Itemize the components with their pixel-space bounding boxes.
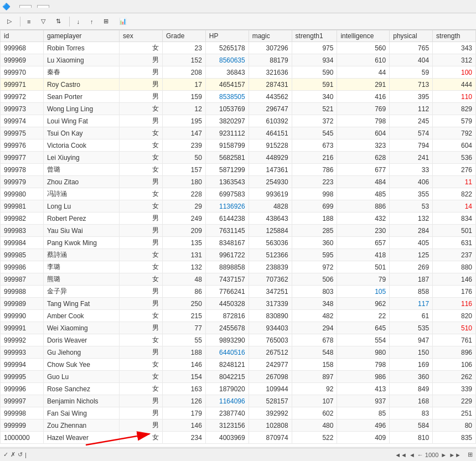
table-row[interactable]: 999985蔡詩涵女1319961722512366595418125237 [1,249,476,261]
cell-gameplayer: Doris Weaver [43,334,119,346]
cell-intelligence: 962 [337,298,390,310]
col-header-gameplayer[interactable]: gameplayer [43,30,119,42]
table-row[interactable]: 999974Loui Wing Fat男19538202976103923727… [1,115,476,127]
cell-intelligence: 769 [337,103,390,115]
toolbar: ▷ ≡ ▽ ⇅ ↓ ↑ ⊞ 📊 [0,13,476,30]
col-header-magic[interactable]: magic [249,30,292,42]
table-row[interactable]: 999980冯詩涵女2286997583993619998485355822 [1,188,476,200]
cell-strength: 501 [433,225,476,237]
sort-button[interactable]: ⇅ [52,16,66,27]
col-header-grade[interactable]: Grade [162,30,205,42]
table-row[interactable]: 999972Sean Porter男1598538505443562340416… [1,91,476,103]
cell-strength: 896 [433,346,476,359]
table-row[interactable]: 999999Zou Zhennan男1463123156102808480496… [1,419,476,432]
col-header-strength1[interactable]: strength1 [292,30,337,42]
cell-intelligence: 645 [337,322,390,334]
nav-last-button[interactable]: ►► [449,452,461,458]
text-button[interactable]: ≡ [23,17,36,27]
table-row[interactable]: 999981Long Lu女29113692648286998865314 [1,200,476,213]
cell-intelligence: 484 [337,176,390,188]
col-header-intelligence[interactable]: intelligence [337,30,390,42]
cell-id: 999975 [1,127,44,139]
cell-id: 999970 [1,66,44,79]
table-row[interactable]: 999984Pang Kwok Ming男1358348167563036360… [1,237,476,249]
table-row[interactable]: 999994Chow Suk Yee女146824812124297715879… [1,359,476,371]
cell-gameplayer: Sean Porter [43,91,119,103]
toolbar-separator-2 [69,17,70,27]
table-row[interactable]: 999986李璐女1328898858238839972501269880 [1,261,476,273]
cross-icon[interactable]: ✗ [11,451,15,458]
table-row[interactable]: 999968Robin Torres女235265178307296975560… [1,42,476,54]
cell-strength1: 786 [292,164,337,176]
table-row[interactable]: 999969Lu Xiaoming男1528560635881799346104… [1,54,476,66]
table-row[interactable]: 999976Victoria Cook女23991587999152286733… [1,139,476,152]
tab-untitled[interactable] [19,5,32,8]
table-row[interactable]: 999971Roy Castro男17465415728743159129171… [1,79,476,91]
nav-prev-button[interactable]: ◄ [409,452,415,458]
data-table-container[interactable]: id gameplayer sex Grade HP magic strengt… [0,30,476,447]
table-row[interactable]: 999973Wong Ling Ling女1210537692967475217… [1,103,476,115]
cell-intelligence: 409 [337,432,390,444]
filter-button[interactable]: ▽ [37,16,51,27]
table-row[interactable]: 999975Tsui On Kay女1479231112464151545604… [1,127,476,139]
refresh-icon[interactable]: ↺ [18,451,23,458]
table-row[interactable]: 999991Wei Xiaoming男772455678934403294645… [1,322,476,334]
create-chart-button[interactable]: 📊 [115,16,132,27]
cell-intelligence: 501 [337,261,390,273]
cell-strength: 146 [433,273,476,286]
status-bar: ✓ ✗ ↺ | ◄◄ ◄ ← 1000 ► ►► ⊞ [0,448,476,461]
table-row[interactable]: 999987熊璐女48743715770736250679187146 [1,273,476,286]
table-row[interactable]: 999995Guo Lu女154804221526709889798636026… [1,371,476,383]
col-header-hp[interactable]: HP [205,30,249,42]
table-row[interactable]: 999996Rose Sanchez女163187902010994492413… [1,383,476,395]
table-row[interactable]: 999993Gu Jiehong男18864405162675125489801… [1,346,476,359]
table-row[interactable]: 999978曾璐女157587129914736178667733276 [1,164,476,176]
cell-grade: 55 [162,334,205,346]
table-row[interactable]: 999998Fan Sai Wing男179238774039299260285… [1,407,476,419]
tab-gameplayer[interactable] [37,5,49,8]
table-row[interactable]: 1000000Hazel Weaver女23440039698709745224… [1,432,476,444]
cell-sex: 男 [120,176,163,188]
col-header-strength[interactable]: strength [433,30,476,42]
table-row[interactable]: 999997Benjamin Nichols男12611640965281571… [1,395,476,407]
table-row[interactable]: 999989Tang Wing Fat男25044503283173393489… [1,298,476,310]
col-header-physical[interactable]: physical [390,30,433,42]
cell-magic: 267512 [249,346,292,359]
cell-strength1: 591 [292,79,337,91]
cell-magic: 4828 [249,200,292,213]
data-generate-button[interactable]: ⊞ [100,16,114,27]
table-row[interactable]: 999990Amber Cook女21587281683089048222618… [1,310,476,322]
cell-intelligence: 323 [337,139,390,152]
cell-grade: 188 [162,346,205,359]
cell-sex: 女 [120,200,163,213]
cell-strength: 312 [433,54,476,66]
cell-id: 999990 [1,310,44,322]
check-icon[interactable]: ✓ [3,451,8,458]
table-row[interactable]: 999970秦春男208368433216365904459100 [1,66,476,79]
cell-gameplayer: 金子异 [43,286,119,298]
table-row[interactable]: 999982Robert Perez男249614423843864318843… [1,213,476,225]
nav-next-button[interactable]: ► [441,452,447,458]
cell-strength1: 521 [292,103,337,115]
cell-hp: 5265178 [205,42,249,54]
table-row[interactable]: 999977Lei Xiuying女5056825814489292166282… [1,152,476,164]
cell-grade: 146 [162,359,205,371]
cell-strength1: 595 [292,249,337,261]
cell-sex: 女 [120,42,163,54]
import-button[interactable]: ↓ [73,17,85,27]
cell-physical: 125 [390,249,433,261]
table-row[interactable]: 999988金子异男867766241347251803105858176 [1,286,476,298]
table-row[interactable]: 999983Yau Siu Wai男2097631145125884285230… [1,225,476,237]
cell-hp: 6440516 [205,346,249,359]
cell-physical: 406 [390,176,433,188]
cell-magic: 464151 [249,127,292,139]
grid-icon[interactable]: ⊞ [468,451,473,458]
cell-sex: 女 [120,371,163,383]
table-row[interactable]: 999979Zhou Zitao男18013635432549302234844… [1,176,476,188]
col-header-id[interactable]: id [1,30,44,42]
nav-first-button[interactable]: ◄◄ [395,452,407,458]
export-button[interactable]: ↑ [86,17,99,27]
table-row[interactable]: 999992Doris Weaver女559893290765003678554… [1,334,476,346]
col-header-sex[interactable]: sex [120,30,163,42]
start-transaction-button[interactable]: ▷ [3,16,17,27]
